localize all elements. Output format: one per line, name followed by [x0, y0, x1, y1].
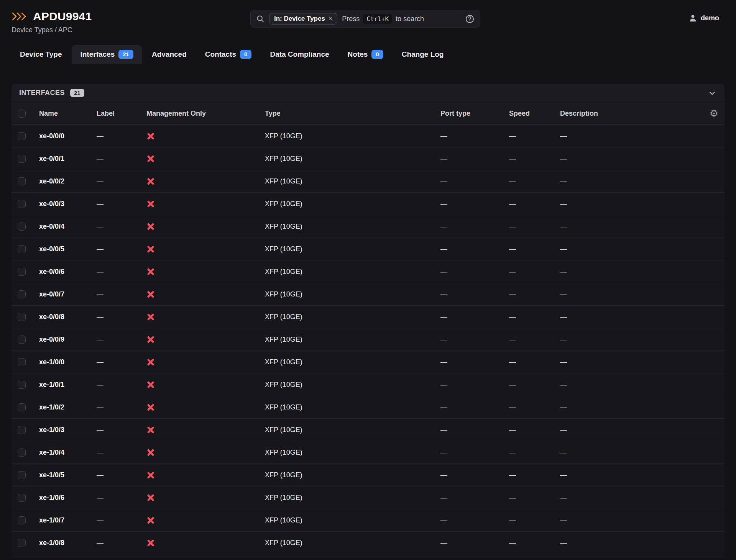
row-checkbox[interactable]	[18, 268, 26, 276]
column-header-description[interactable]: Description	[560, 110, 598, 118]
interface-name-link[interactable]: xe-0/0/8	[36, 313, 94, 321]
select-all-checkbox[interactable]	[18, 110, 26, 118]
table-row: xe-1/0/4—XFP (10GE)———	[12, 441, 724, 464]
table-row: xe-0/0/3—XFP (10GE)———	[12, 193, 724, 215]
interface-port-type: —	[437, 268, 506, 276]
help-circle-icon[interactable]	[465, 14, 475, 24]
management-only-cell	[143, 335, 262, 344]
row-checkbox[interactable]	[18, 290, 26, 298]
triple-chevron-right-icon[interactable]	[12, 11, 28, 21]
column-header-name[interactable]: Name	[36, 110, 94, 118]
table-row: xe-0/0/0—XFP (10GE)———	[12, 125, 724, 147]
interface-name-link[interactable]: xe-0/0/5	[36, 245, 94, 253]
row-checkbox[interactable]	[18, 471, 26, 479]
tab-contacts[interactable]: Contacts0	[197, 45, 260, 64]
tab-change-log[interactable]: Change Log	[393, 45, 452, 64]
row-checkbox[interactable]	[18, 494, 26, 502]
tab-data-compliance[interactable]: Data Compliance	[261, 45, 337, 64]
interface-name-link[interactable]: xe-1/0/8	[36, 539, 94, 547]
interface-type: XFP (10GE)	[262, 358, 437, 366]
interface-port-type: —	[437, 516, 506, 524]
interface-label: —	[94, 313, 143, 321]
column-header-port-type[interactable]: Port type	[437, 110, 506, 118]
row-checkbox[interactable]	[18, 403, 26, 411]
interface-name-link[interactable]: xe-0/0/7	[36, 290, 94, 298]
interface-name-link[interactable]: xe-0/0/0	[36, 132, 94, 140]
tab-device-type[interactable]: Device Type	[12, 45, 70, 64]
interface-name-link[interactable]: xe-1/0/5	[36, 471, 94, 479]
top-bar: APDU9941 Device Types / APC in: Device T…	[0, 0, 736, 34]
column-header-speed[interactable]: Speed	[506, 110, 557, 118]
interface-name-link[interactable]: xe-0/0/3	[36, 200, 94, 208]
gear-icon[interactable]: ⚙	[710, 108, 718, 118]
interface-port-type: —	[437, 132, 506, 140]
interface-name-link[interactable]: xe-0/0/9	[36, 336, 94, 344]
tab-advanced[interactable]: Advanced	[143, 45, 195, 64]
table-row: xe-0/0/4—XFP (10GE)———	[12, 215, 724, 238]
x-mark-icon	[146, 403, 155, 411]
x-mark-icon	[146, 380, 155, 389]
interface-name-link[interactable]: xe-1/0/6	[36, 494, 94, 502]
x-mark-icon	[146, 335, 155, 344]
interface-type: XFP (10GE)	[262, 403, 437, 411]
column-header-management-only[interactable]: Management Only	[143, 110, 262, 118]
interface-name-link[interactable]: xe-0/0/4	[36, 223, 94, 231]
row-checkbox-cell	[12, 200, 36, 208]
interface-name-link[interactable]: xe-1/0/0	[36, 358, 94, 366]
interface-label: —	[94, 516, 143, 524]
search-filter-chip[interactable]: in: Device Types ×	[269, 13, 337, 25]
interface-port-type: —	[437, 245, 506, 253]
close-icon[interactable]: ×	[329, 16, 332, 22]
management-only-cell	[143, 403, 262, 411]
interface-name-link[interactable]: xe-0/0/2	[36, 177, 94, 185]
global-search-input[interactable]: in: Device Types × Press Ctrl+K to searc…	[250, 10, 480, 28]
interface-name-link[interactable]: xe-1/0/2	[36, 403, 94, 411]
table-row: xe-0/0/6—XFP (10GE)———	[12, 260, 724, 283]
interface-label: —	[94, 223, 143, 231]
interface-label: —	[94, 539, 143, 547]
row-checkbox[interactable]	[18, 200, 26, 208]
x-mark-icon	[146, 154, 155, 163]
row-checkbox[interactable]	[18, 245, 26, 253]
breadcrumb[interactable]: Device Types / APC	[12, 26, 226, 34]
column-header-type[interactable]: Type	[262, 110, 437, 118]
row-checkbox[interactable]	[18, 381, 26, 389]
x-mark-icon	[146, 471, 155, 479]
interface-name-link[interactable]: xe-1/0/4	[36, 449, 94, 457]
row-checkbox[interactable]	[18, 223, 26, 231]
interface-speed: —	[506, 471, 557, 479]
interface-port-type: —	[437, 449, 506, 457]
interface-type: XFP (10GE)	[262, 223, 437, 231]
interface-speed: —	[506, 290, 557, 298]
user-menu[interactable]: demo	[688, 14, 719, 23]
management-only-cell	[143, 200, 262, 208]
interface-name-link[interactable]: xe-1/0/1	[36, 381, 94, 389]
page-title: APDU9941	[33, 10, 92, 23]
interface-name-link[interactable]: xe-0/0/1	[36, 155, 94, 163]
interface-name-link[interactable]: xe-1/0/7	[36, 516, 94, 524]
row-checkbox[interactable]	[18, 516, 26, 524]
row-checkbox[interactable]	[18, 358, 26, 366]
interface-name-link[interactable]: xe-0/0/6	[36, 268, 94, 276]
row-checkbox[interactable]	[18, 177, 26, 185]
row-checkbox[interactable]	[18, 336, 26, 344]
tab-notes[interactable]: Notes0	[339, 45, 392, 64]
x-mark-icon	[146, 426, 155, 434]
interface-label: —	[94, 177, 143, 185]
chevron-down-icon[interactable]	[708, 88, 717, 98]
interface-speed: —	[506, 403, 557, 411]
row-checkbox[interactable]	[18, 313, 26, 321]
interface-speed: —	[506, 132, 557, 140]
table-row: xe-1/0/2—XFP (10GE)———	[12, 396, 724, 419]
row-checkbox[interactable]	[18, 539, 26, 547]
tab-interfaces[interactable]: Interfaces21	[72, 45, 141, 64]
row-checkbox[interactable]	[18, 155, 26, 163]
interface-label: —	[94, 426, 143, 434]
interface-name-link[interactable]: xe-1/0/3	[36, 426, 94, 434]
row-checkbox[interactable]	[18, 449, 26, 457]
interface-port-type: —	[437, 200, 506, 208]
row-checkbox[interactable]	[18, 132, 26, 140]
row-checkbox[interactable]	[18, 426, 26, 434]
search-filter-chip-label: in: Device Types	[274, 15, 325, 23]
column-header-label[interactable]: Label	[94, 110, 143, 118]
